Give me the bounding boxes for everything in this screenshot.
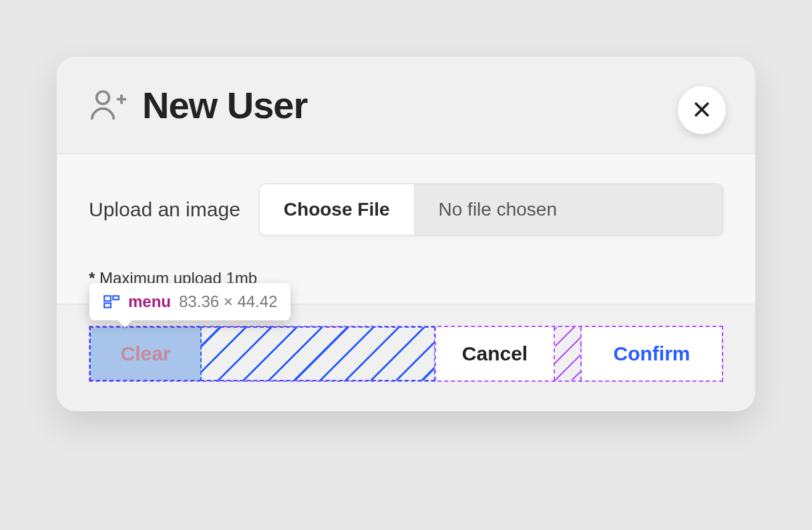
dialog-body: Upload an image Choose File No file chos… xyxy=(57,154,755,304)
user-add-icon xyxy=(89,87,126,124)
svg-point-0 xyxy=(97,91,110,104)
upload-row: Upload an image Choose File No file chos… xyxy=(89,184,723,236)
footer-menu: Clear Cancel Confirm xyxy=(89,326,723,382)
new-user-dialog: New User Upload an image Choose File No … xyxy=(57,57,755,411)
confirm-button[interactable]: Confirm xyxy=(582,327,722,380)
dialog-footer: Clear Cancel Confirm xyxy=(57,304,755,411)
gap-indicator xyxy=(555,327,582,380)
dialog-header: New User xyxy=(57,57,755,154)
cancel-button[interactable]: Cancel xyxy=(435,327,555,380)
close-icon xyxy=(692,99,712,121)
upload-label: Upload an image xyxy=(89,198,240,221)
flex-space-indicator xyxy=(201,327,435,380)
layout-icon xyxy=(103,293,120,310)
dialog-title: New User xyxy=(142,83,307,127)
file-status-text: No file chosen xyxy=(415,184,723,235)
choose-file-button[interactable]: Choose File xyxy=(260,184,415,235)
devtools-element-tooltip: menu 83.36 × 44.42 xyxy=(89,283,290,320)
svg-rect-6 xyxy=(104,303,111,308)
clear-button[interactable]: Clear xyxy=(90,327,201,380)
close-button[interactable] xyxy=(678,86,726,134)
devtools-element-dimensions: 83.36 × 44.42 xyxy=(179,292,277,311)
file-input[interactable]: Choose File No file chosen xyxy=(259,184,723,236)
svg-rect-7 xyxy=(113,296,119,299)
devtools-element-tag: menu xyxy=(128,292,171,311)
svg-rect-5 xyxy=(104,296,111,301)
